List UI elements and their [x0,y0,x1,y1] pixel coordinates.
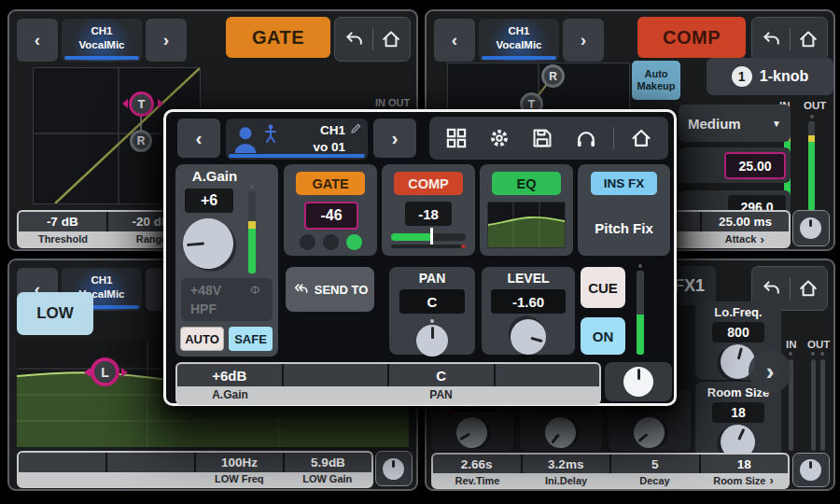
lo-freq-value[interactable]: 800 [712,322,764,343]
home-icon[interactable] [375,23,407,55]
decay-knob[interactable] [627,411,670,454]
gate-section[interactable]: GATE -46 [284,164,377,256]
eq-param-bar: 100Hz 5.9dB LOW Freq LOW Gain [17,451,373,488]
divider [372,28,373,50]
param-value[interactable]: 3.2ms [523,455,612,473]
channel-name: VocalMic [79,39,125,50]
home-icon[interactable] [792,273,824,304]
out-meter-right [820,359,825,451]
pan-knob[interactable] [416,325,448,357]
gate-title-button[interactable]: GATE [226,17,330,58]
param-value[interactable]: +6dB [177,364,284,386]
param-value[interactable]: 5.9dB [285,453,371,472]
save-icon[interactable] [526,122,558,154]
low-band-button[interactable]: LOW [17,292,93,335]
next-page-button[interactable]: › [749,350,791,393]
undo-icon[interactable] [755,23,787,55]
range-handle[interactable]: R [130,130,152,152]
safe-button[interactable]: SAFE [229,327,273,351]
param-value[interactable]: 2.66s [433,455,523,473]
meter-labels: IN OUT [375,97,410,108]
overlay-toolbar [429,117,668,160]
param-label: A.Gain [177,386,283,403]
again-value[interactable]: +6 [185,189,233,213]
auto-gain-button[interactable]: AUTO [180,327,224,351]
auto-makeup-button[interactable]: AutoMakeup [632,61,680,100]
on-button[interactable]: ON [581,317,625,355]
prev-channel-button[interactable]: ‹ [17,19,58,62]
param-label [283,386,388,403]
param-knob-button[interactable] [605,362,672,401]
prev-channel-button[interactable]: ‹ [434,19,475,62]
meter-out-label: OUT [807,339,830,350]
threshold-value[interactable]: 25.00 [724,152,786,179]
param-label: Room Size› [699,473,788,487]
one-knob-button[interactable]: 1 1-knob [707,58,833,95]
comp-title-button[interactable]: COMP [637,17,746,58]
cue-button[interactable]: CUE [581,267,625,308]
hpf-button[interactable]: HPF [190,301,217,316]
room-size-value[interactable]: 18 [712,402,764,423]
param-value[interactable] [19,453,107,472]
param-value[interactable] [107,453,196,472]
low-band-handle[interactable]: L [91,357,119,386]
pan-label: PAN [389,271,475,286]
insfx-section[interactable]: INS FX Pitch Fix [578,164,670,256]
pan-value[interactable]: C [399,289,465,314]
param-value[interactable]: 100Hz [196,453,285,472]
meter-peak-dot [811,352,815,356]
ratio-handle[interactable]: R [541,64,565,88]
prev-channel-button[interactable]: ‹ [177,119,220,158]
chevron-right-icon: › [392,127,399,149]
param-knob-button[interactable] [792,210,830,246]
undo-icon[interactable] [338,23,370,55]
chevron-right-icon: › [766,357,775,386]
headphones-icon[interactable] [570,122,602,154]
param-knob-button[interactable] [792,453,830,487]
param-value[interactable]: 5 [611,455,701,473]
grid-menu-icon[interactable] [441,122,472,154]
gate-led-icon [300,234,315,250]
eq-section[interactable]: EQ [480,164,573,256]
phantom-48v-button[interactable]: +48V [190,283,221,298]
send-to-button[interactable]: SEND TO [286,267,374,312]
ini-delay-knob[interactable] [539,411,581,454]
next-channel-button[interactable]: › [146,19,187,62]
out-meter [808,121,815,211]
insfx-name: Pitch Fix [578,220,670,236]
param-value[interactable]: 18 [701,455,789,473]
phase-icon[interactable]: Φ [250,283,259,297]
chevron-down-icon: ▼ [772,119,781,129]
eq-tag: EQ [492,172,561,195]
knee-dropdown[interactable]: Medium▼ [679,105,791,142]
home-icon[interactable] [792,23,824,55]
threshold-handle[interactable]: T [129,91,154,117]
channel-select-button[interactable]: CH1 VocalMic [62,19,142,62]
param-value[interactable] [496,364,600,386]
person-icon [233,125,258,153]
param-knob-button[interactable] [375,451,413,486]
channel-display-button[interactable]: CH1 vo 01 [226,119,368,160]
level-knob[interactable] [507,315,551,359]
channel-select-button[interactable]: CH1 VocalMic [479,19,559,62]
comp-section[interactable]: COMP -18 [382,164,475,256]
rev-time-knob[interactable] [451,412,493,454]
param-value[interactable]: 25.00 ms [702,212,789,231]
channel-number: CH1 [320,123,345,137]
edit-pencil-icon [350,122,362,134]
level-label: LEVEL [482,271,575,286]
room-size-box: Room Size 18 [695,382,781,460]
chevron-left-icon: ‹ [196,127,203,149]
again-section: A.Gain +6 +48V Φ HPF AUTO SAFE [175,164,278,357]
again-knob[interactable] [181,217,236,272]
param-value[interactable]: -7 dB [19,212,108,231]
next-channel-button[interactable]: › [373,119,416,158]
marker-arrow-left [84,368,91,377]
param-value[interactable]: C [389,364,496,386]
level-value[interactable]: -1.60 [491,289,566,314]
home-icon[interactable] [625,122,657,154]
param-value[interactable] [284,364,390,386]
next-channel-button[interactable]: › [563,19,604,62]
undo-icon[interactable] [755,273,787,304]
gear-icon[interactable] [483,122,515,154]
